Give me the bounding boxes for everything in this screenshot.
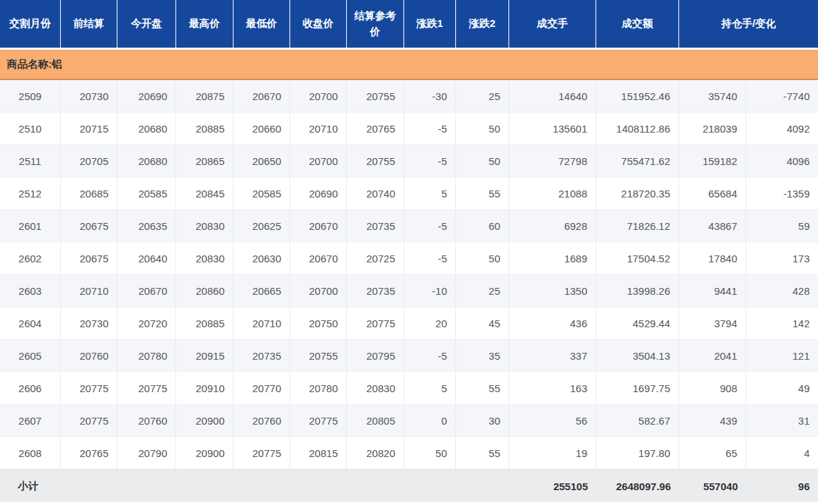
cell-open_interest: 65684 [679,177,746,210]
cell-turnover: 755471.62 [596,145,679,177]
col-header-month: 交割月份 [0,0,61,50]
cell-change2: 30 [456,405,509,437]
cell-change2: 55 [456,437,509,469]
cell-open: 20635 [117,210,176,242]
cell-low: 20665 [234,275,290,307]
cell-prev_settle: 20760 [61,340,117,372]
cell-volume: 436 [509,307,596,340]
cell-oi_change: 428 [746,275,818,307]
cell-settle_ref: 20735 [347,210,404,242]
table-row: 2608207652079020900207752081520820505519… [0,437,818,469]
cell-close: 20750 [290,307,347,340]
cell-change2: 45 [456,307,509,340]
cell-open: 20780 [117,340,176,372]
cell-oi_change: -1359 [746,177,818,210]
futures-quotes-table: 交割月份 前结算 今开盘 最高价 最低价 收盘价 结算参考价 涨跌1 涨跌2 成… [0,0,818,502]
cell-settle_ref: 20775 [347,307,404,340]
cell-close: 20670 [290,242,347,275]
cell-settle_ref: 20830 [347,372,404,405]
cell-close: 20690 [290,177,347,210]
cell-change1: 5 [404,372,456,405]
cell-change2: 25 [456,80,509,113]
cell-oi_change: -7740 [746,80,818,113]
cell-turnover: 218720.35 [596,177,679,210]
cell-open_interest: 3794 [679,307,746,340]
cell-month: 2512 [0,177,61,210]
cell-turnover: 17504.52 [596,242,679,275]
cell-high: 20860 [176,275,234,307]
cell-prev_settle: 20675 [61,210,117,242]
cell-month: 2606 [0,372,61,405]
cell-settle_ref: 20820 [347,437,404,469]
cell-oi_change: 4 [746,437,818,469]
cell-change1: -5 [404,113,456,145]
cell-volume: 6928 [509,210,596,242]
cell-turnover: 1697.75 [596,372,679,405]
cell-change1: -30 [404,80,456,113]
col-header-turnover: 成交额 [596,0,679,50]
cell-open_interest: 17840 [679,242,746,275]
cell-turnover: 4529.44 [596,307,679,340]
cell-high: 20875 [176,80,234,113]
cell-low: 20660 [234,113,290,145]
cell-open: 20720 [117,307,176,340]
col-header-open-interest-change: 持仓手/变化 [679,0,818,50]
cell-oi_change: 121 [746,340,818,372]
cell-high: 20900 [176,405,234,437]
commodity-group-row: 商品名称:铝 [0,50,818,80]
cell-prev_settle: 20765 [61,437,117,469]
cell-prev_settle: 20775 [61,372,117,405]
cell-settle_ref: 20805 [347,405,404,437]
cell-month: 2601 [0,210,61,242]
quotes-table-body: 商品名称:铝 250920730206902087520670207002075… [0,50,818,469]
cell-volume: 337 [509,340,596,372]
cell-open_interest: 439 [679,405,746,437]
cell-change1: -5 [404,340,456,372]
cell-turnover: 71826.12 [596,210,679,242]
cell-low: 20585 [234,177,290,210]
cell-change2: 50 [456,242,509,275]
table-row: 2605207602078020915207352075520795-53533… [0,340,818,372]
cell-low: 20770 [234,372,290,405]
table-row: 2606207752077520910207702078020830555163… [0,372,818,405]
cell-volume: 14640 [509,80,596,113]
cell-open: 20690 [117,80,176,113]
cell-close: 20700 [290,145,347,177]
cell-month: 2509 [0,80,61,113]
cell-turnover: 151952.46 [596,80,679,113]
table-footer: 小计 255105 2648097.96 557040 96 [0,469,818,502]
cell-volume: 1350 [509,275,596,307]
cell-close: 20670 [290,210,347,242]
cell-change1: -10 [404,275,456,307]
cell-change1: 5 [404,177,456,210]
cell-oi_change: 49 [746,372,818,405]
cell-settle_ref: 20755 [347,145,404,177]
cell-open: 20760 [117,405,176,437]
cell-change2: 25 [456,275,509,307]
cell-low: 20735 [234,340,290,372]
cell-change2: 55 [456,372,509,405]
cell-prev_settle: 20685 [61,177,117,210]
cell-volume: 1689 [509,242,596,275]
cell-close: 20700 [290,80,347,113]
cell-oi_change: 31 [746,405,818,437]
cell-month: 2603 [0,275,61,307]
cell-change1: 20 [404,307,456,340]
cell-open_interest: 159182 [679,145,746,177]
subtotal-turnover: 2648097.96 [596,469,679,502]
cell-prev_settle: 20775 [61,405,117,437]
cell-prev_settle: 20715 [61,113,117,145]
cell-volume: 56 [509,405,596,437]
table-row: 2510207152068020885206602071020765-55013… [0,113,818,145]
cell-open_interest: 218039 [679,113,746,145]
cell-month: 2607 [0,405,61,437]
cell-open_interest: 2041 [679,340,746,372]
cell-high: 20865 [176,145,234,177]
cell-low: 20760 [234,405,290,437]
cell-change1: -5 [404,242,456,275]
table-row: 2603207102067020860206652070020735-10251… [0,275,818,307]
cell-month: 2605 [0,340,61,372]
cell-high: 20885 [176,307,234,340]
table-header: 交割月份 前结算 今开盘 最高价 最低价 收盘价 结算参考价 涨跌1 涨跌2 成… [0,0,818,50]
cell-high: 20915 [176,340,234,372]
